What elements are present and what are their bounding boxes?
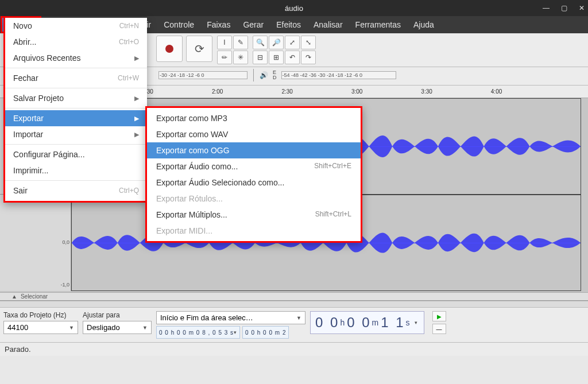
menu-controle[interactable]: Controle xyxy=(158,18,200,32)
loop-button[interactable] xyxy=(186,36,212,62)
close-icon[interactable]: ✕ xyxy=(579,4,585,12)
playback-meter[interactable]: -54 -48 -42 -36 -30 -24 -18 -12 -6 0 xyxy=(281,71,396,79)
project-rate-label: Taxa do Projeto (Hz) xyxy=(3,311,78,319)
selection-range: Início e Fim da área selec…▼ 0 0 h 0 0 m… xyxy=(156,311,305,339)
export-mp3[interactable]: Exportar como MP3 xyxy=(147,110,361,126)
menu-item-salvar-projeto[interactable]: Salvar Projeto▶ xyxy=(5,90,147,106)
content-area: NovoCtrl+N Abrir...Ctrl+O Arquivos Recen… xyxy=(0,86,588,301)
record-meter[interactable]: -30 -24 -18 -12 -6 0 xyxy=(158,71,247,79)
multi-tool[interactable]: ✳ xyxy=(233,51,248,64)
menu-item-exportar[interactable]: Exportar▶ xyxy=(5,110,147,126)
menu-item-config-pagina[interactable]: Configurar Página... xyxy=(5,146,147,162)
zoom-in-icon[interactable]: 🔍 xyxy=(253,36,268,49)
project-rate-combo[interactable]: 44100▼ xyxy=(3,321,78,334)
scale-bot2: -1,0 xyxy=(60,282,69,288)
select-band[interactable]: ▲ Selecionar xyxy=(0,292,588,300)
menu-ajuda[interactable]: Ajuda xyxy=(408,18,440,32)
fit-project-icon[interactable]: ⤡ xyxy=(301,36,316,49)
meter-channels: E D xyxy=(273,70,277,80)
trim-icon[interactable]: ⊟ xyxy=(253,51,268,64)
export-wav[interactable]: Exportar como WAV xyxy=(147,126,361,142)
hscroll[interactable] xyxy=(0,301,588,308)
selection-end[interactable]: 0 0 h 0 0 m 2 xyxy=(242,326,289,339)
play-at-speed-button[interactable]: ▶ xyxy=(432,311,446,321)
snap-combo[interactable]: Desligado▼ xyxy=(83,321,152,334)
menu-item-importar[interactable]: Importar▶ xyxy=(5,126,147,142)
selection-tool[interactable]: I xyxy=(217,36,232,49)
export-rotulos: Exportar Rótulos... xyxy=(147,191,361,207)
zoom-out-icon[interactable]: 🔎 xyxy=(269,36,284,49)
window-title: áudio xyxy=(285,4,303,13)
selection-mode-combo[interactable]: Início e Fim da área selec…▼ xyxy=(156,311,305,324)
tools-toolbar: I ✎ ✏ ✳ xyxy=(217,36,248,64)
selection-toolbar: Taxa do Projeto (Hz) 44100▼ Ajustar para… xyxy=(0,308,588,343)
transport-toolbar xyxy=(156,36,212,62)
menu-item-sair[interactable]: SairCtrl+Q xyxy=(5,183,147,199)
zoom-toolbar: 🔍 🔎 ⤢ ⤡ ⊟ ⊞ ↶ ↷ xyxy=(253,36,316,64)
undo-icon[interactable]: ↶ xyxy=(285,51,300,64)
scale-mid2: 0,0 xyxy=(62,239,69,245)
export-audio-selecionado[interactable]: Exportar Áudio Selecionado como... xyxy=(147,174,361,191)
menu-efeitos[interactable]: Efeitos xyxy=(270,18,307,32)
record-button[interactable] xyxy=(156,36,183,62)
fit-selection-icon[interactable]: ⤢ xyxy=(285,36,300,49)
minimize-icon[interactable]: — xyxy=(543,4,550,12)
export-multiplos[interactable]: Exportar Múltiplos...Shift+Ctrl+L xyxy=(147,207,361,223)
export-midi: Exportar MIDI... xyxy=(147,223,361,239)
draw-tool[interactable]: ✏ xyxy=(217,51,232,64)
menu-faixas[interactable]: Faixas xyxy=(201,18,236,32)
redo-icon[interactable]: ↷ xyxy=(301,51,316,64)
menu-item-novo[interactable]: NovoCtrl+N xyxy=(5,18,147,34)
export-submenu: Exportar como MP3 Exportar como WAV Expo… xyxy=(145,106,362,243)
selection-start[interactable]: 0 0 h 0 0 m 0 8 , 0 5 3 s▾ xyxy=(156,326,240,339)
select-label: Selecionar xyxy=(21,293,48,300)
menu-analisar[interactable]: Analisar xyxy=(308,18,349,32)
snap-to: Ajustar para Desligado▼ xyxy=(83,311,152,334)
audio-position[interactable]: 0 0h 0 0m 1 1s ▾ xyxy=(310,311,424,334)
envelope-tool[interactable]: ✎ xyxy=(233,36,248,49)
menu-item-fechar[interactable]: FecharCtrl+W xyxy=(5,70,147,86)
snap-label: Ajustar para xyxy=(83,311,152,319)
silence-icon[interactable]: ⊞ xyxy=(269,51,284,64)
menu-item-recentes[interactable]: Arquivos Recentes▶ xyxy=(5,50,147,66)
status-bar: Parado. xyxy=(0,343,588,356)
project-rate: Taxa do Projeto (Hz) 44100▼ xyxy=(3,311,78,334)
menu-ferramentas[interactable]: Ferramentas xyxy=(350,18,407,32)
file-menu-dropdown: NovoCtrl+N Abrir...Ctrl+O Arquivos Recen… xyxy=(3,18,147,203)
titlebar: áudio — ▢ ✕ xyxy=(0,0,588,16)
speed-slider[interactable]: — xyxy=(432,324,446,334)
menu-gerar[interactable]: Gerar xyxy=(237,18,269,32)
menu-item-imprimir[interactable]: Imprimir... xyxy=(5,162,147,179)
maximize-icon[interactable]: ▢ xyxy=(561,4,567,12)
window-controls: — ▢ ✕ xyxy=(543,0,585,16)
export-audio-como[interactable]: Exportar Áudio como...Shift+Ctrl+E xyxy=(147,158,361,174)
collapse-icon[interactable]: ▲ xyxy=(11,293,17,300)
speaker-icon[interactable]: 🔊 xyxy=(260,71,268,79)
play-at-speed: ▶ — xyxy=(432,311,446,334)
menu-item-abrir[interactable]: Abrir...Ctrl+O xyxy=(5,34,147,50)
export-ogg[interactable]: Exportar como OGG xyxy=(147,142,361,158)
